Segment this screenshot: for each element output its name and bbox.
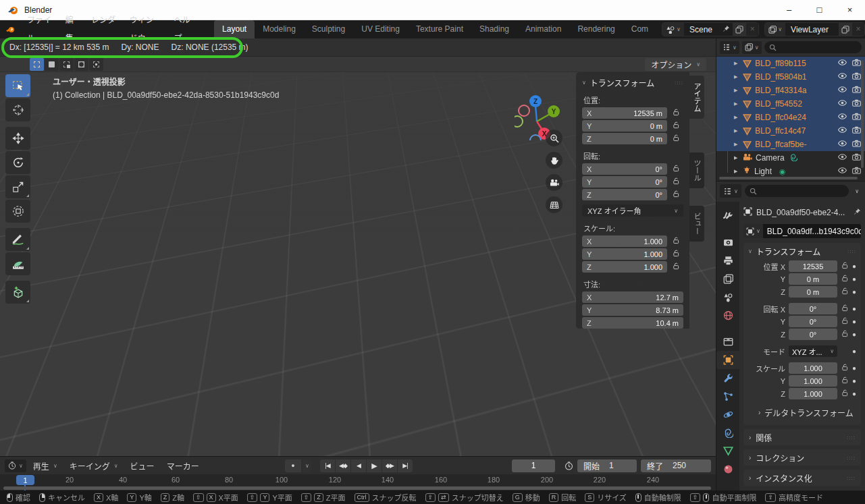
breadcrumb-object-name[interactable]: BLD_00a9df50-ebe2-4... [756,208,849,217]
scene-name[interactable]: Scene [684,25,723,34]
panel-drag-handle[interactable]: :::: [675,80,683,86]
tab-collection-icon[interactable] [716,333,739,351]
relations-panel[interactable]: ›関係:::: [743,429,861,445]
playhead-badge[interactable]: 1 [16,475,34,485]
render-camera-icon[interactable] [852,99,861,109]
lock-icon[interactable] [672,164,680,174]
rotation-y-field[interactable]: Y0° [582,176,667,188]
pan-hand-icon[interactable] [546,152,562,169]
current-frame-field[interactable]: 1 [512,459,555,472]
object-name-field[interactable]: BLD_00a9df...b1943c9c0d [763,224,861,238]
tab-animation[interactable]: Animation [517,20,569,38]
lock-icon[interactable] [841,376,849,386]
tool-add-cube-button[interactable] [5,281,30,304]
scale-x-field[interactable]: X1.000 [582,235,667,247]
tab-particles-icon[interactable] [716,387,739,405]
render-camera-icon[interactable] [852,72,861,82]
eye-icon[interactable] [838,86,847,95]
lock-icon[interactable] [841,329,849,339]
tab-modeling[interactable]: Modeling [255,20,304,38]
copy-viewlayer-icon[interactable] [839,23,852,36]
perspective-toggle-icon[interactable] [546,196,562,213]
tab-shading[interactable]: Shading [471,20,517,38]
tab-scene-icon[interactable] [716,288,739,306]
animate-dot-icon[interactable]: ● [852,288,856,296]
outliner-row-mesh-2[interactable]: ▶BLD_ff5804b1 [716,70,865,84]
lock-icon[interactable] [841,287,849,297]
delta-transform-subpanel[interactable]: ›デルタトランスフォーム [743,405,861,420]
render-camera-icon[interactable] [852,140,861,149]
lock-icon[interactable] [672,121,680,131]
rotation-x-field[interactable]: X0° [582,163,667,175]
tab-viewlayer-icon[interactable] [716,270,739,288]
prop-scale-x-field[interactable]: 1.000 [789,362,837,374]
eye-icon[interactable] [838,99,847,109]
prop-location-x-field[interactable]: 12535 [789,260,837,272]
menu-keying[interactable]: キーイング∨ [64,460,124,472]
lock-icon[interactable] [672,236,680,246]
minimize-button[interactable]: – [774,0,804,20]
properties-editor-type-dropdown[interactable]: ∨ [720,184,741,198]
animate-dot-icon[interactable]: ● [852,275,856,283]
tab-uv-editing[interactable]: UV Editing [353,20,408,38]
render-camera-icon[interactable] [852,153,861,163]
keying-set-dropdown[interactable]: ∨ [303,459,312,472]
tab-render-icon[interactable] [716,233,739,252]
outliner-row-mesh-5[interactable]: ▶BLD_ffc04e24 [716,111,865,124]
options-dropdown-button[interactable]: オプション ∨ [645,58,706,71]
prop-scale-y-field[interactable]: 1.000 [789,375,837,387]
tab-texture-paint[interactable]: Texture Paint [408,20,471,38]
dimensions-y-field[interactable]: Y8.73 m [582,304,683,316]
outliner-row-mesh-1[interactable]: ▶BLD_ff89b115 [716,57,865,70]
eye-icon[interactable] [838,167,847,176]
render-camera-icon[interactable] [852,167,861,176]
lock-icon[interactable] [672,177,680,187]
outliner-display-mode-dropdown[interactable]: ∨ [720,41,739,54]
outliner-row-mesh-3[interactable]: ▶BLD_ff43314a [716,84,865,97]
pin-icon[interactable] [854,208,861,217]
animate-dot-icon[interactable]: ● [852,318,856,325]
location-y-field[interactable]: Y0 m [582,120,667,132]
animate-dot-icon[interactable]: ● [852,305,856,312]
tab-physics-icon[interactable] [716,405,739,424]
prop-location-y-field[interactable]: 0 m [789,273,837,285]
render-camera-icon[interactable] [852,126,861,136]
prop-scale-z-field[interactable]: 1.000 [789,388,837,399]
tab-compositing[interactable]: Com [623,20,656,38]
properties-filter-dropdown[interactable]: ∨ [852,188,862,194]
instancing-panel[interactable]: ›インスタンス化:::: [743,470,861,486]
tab-rendering[interactable]: Rendering [569,20,623,38]
lock-icon[interactable] [672,190,680,200]
panel-drag-handle[interactable]: :::: [847,248,856,254]
jump-to-start-button[interactable]: |◀ [320,459,335,472]
tab-modifiers-icon[interactable] [716,369,739,387]
timeline-editor-type-dropdown[interactable]: ∨ [5,459,26,472]
animate-dot-icon[interactable]: ● [852,347,856,355]
eye-icon[interactable] [838,126,847,136]
dimensions-x-field[interactable]: X12.7 m [582,291,683,303]
animate-dot-icon[interactable]: ● [852,377,856,385]
viewport-3d[interactable]: オプション ∨ ユーザー・透視投影 (1) Collection | BLD_0… [0,57,716,456]
tool-measure-button[interactable] [5,252,30,275]
prev-keyframe-button[interactable]: ◀◆ [336,459,350,472]
tab-tool-icon[interactable] [716,207,739,225]
lock-icon[interactable] [841,316,849,327]
rotation-z-field[interactable]: Z0° [582,189,667,200]
menu-marker[interactable]: マーカー [161,460,205,472]
tab-constraints-icon[interactable] [716,424,739,442]
outliner-vertical-scrollbar[interactable] [861,60,864,168]
tab-sculpting[interactable]: Sculpting [304,20,353,38]
tool-box-select-button[interactable] [5,74,30,97]
prop-location-z-field[interactable]: 0 m [789,286,837,298]
zoom-icon[interactable] [546,130,562,146]
use-preview-range-icon[interactable] [565,461,573,470]
lock-icon[interactable] [672,249,680,259]
render-camera-icon[interactable] [852,113,861,122]
rotation-mode-dropdown[interactable]: XYZ オ...∨ [789,345,837,357]
transform-panel-header[interactable]: ∨ トランスフォーム :::: [743,243,861,259]
select-mode-set-button[interactable] [30,58,44,71]
outliner-search-input[interactable] [764,41,862,53]
eye-icon[interactable] [838,72,847,82]
sidebar-tab-item[interactable]: アイテム [689,76,704,119]
close-button[interactable]: × [835,0,865,20]
